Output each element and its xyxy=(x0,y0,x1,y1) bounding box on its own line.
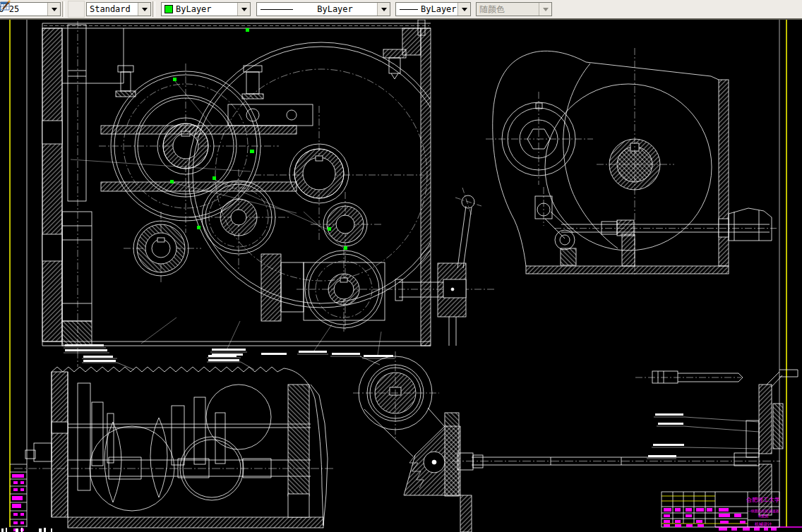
text-style-value: Standard xyxy=(87,4,138,14)
lineweight-glyph xyxy=(400,9,418,10)
chevron-down-icon[interactable] xyxy=(457,3,470,16)
shaft-e xyxy=(133,221,188,276)
title-block-school: 合肥理工大学 xyxy=(746,497,780,503)
text-style-combo[interactable]: Standard xyxy=(86,2,151,16)
table-brush-icon xyxy=(0,0,11,11)
application-window: SO-25 Standard ByLayer ByLaye xyxy=(0,0,802,532)
linetype-glyph xyxy=(261,9,293,10)
styles-properties-toolbar: SO-25 Standard ByLayer ByLaye xyxy=(0,0,802,20)
title-block-course: 机械设计 xyxy=(755,521,772,526)
color-swatch xyxy=(164,5,173,13)
title-block-project-line2: 装配图 xyxy=(758,514,769,519)
title-block-project-line1: 一级圆柱齿轮减速器 xyxy=(748,509,779,514)
chevron-down-icon[interactable] xyxy=(377,3,390,16)
toolbar-separator xyxy=(62,1,65,17)
color-combo[interactable]: ByLayer xyxy=(161,2,251,16)
table-style-button[interactable] xyxy=(68,1,85,18)
linetype-combo[interactable]: ByLayer xyxy=(256,2,390,16)
chevron-down-icon[interactable] xyxy=(47,3,60,16)
linetype-value: ByLayer xyxy=(293,4,377,14)
toolbar-separator xyxy=(152,1,155,17)
color-value: ByLayer xyxy=(173,4,237,14)
chevron-down-icon[interactable] xyxy=(237,3,250,16)
drawing-canvas[interactable]: 合肥理工大学 一级圆柱齿轮减速器 装配图 机械设计 xyxy=(0,0,802,532)
plot-style-value: 随颜色 xyxy=(477,4,539,16)
gear-d xyxy=(323,202,367,246)
plot-style-combo: 随颜色 xyxy=(476,2,552,16)
chevron-down-icon[interactable] xyxy=(138,3,150,16)
lineweight-combo[interactable]: ByLayer xyxy=(395,2,471,16)
lineweight-value: ByLayer xyxy=(418,4,457,14)
chevron-down-icon xyxy=(539,3,551,16)
